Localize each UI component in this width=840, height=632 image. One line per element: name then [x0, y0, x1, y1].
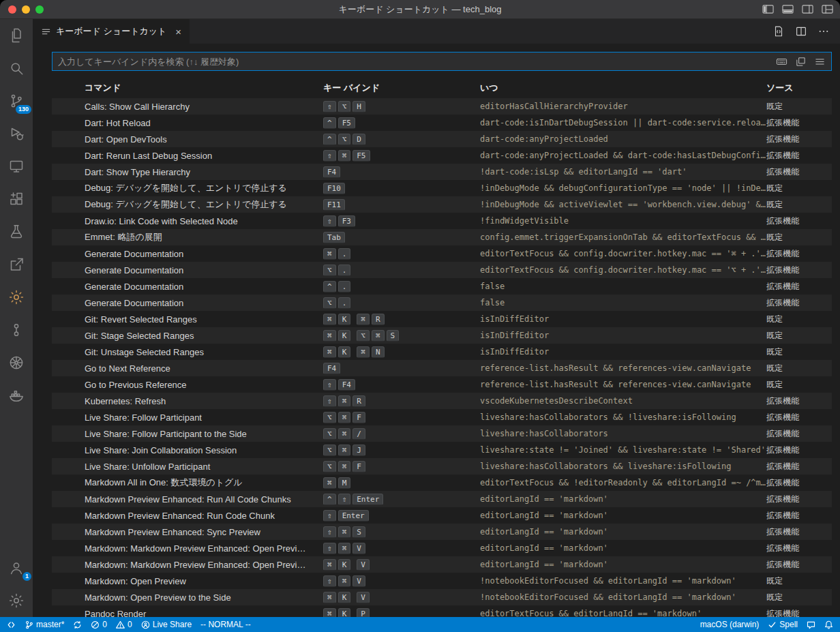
table-row[interactable]: Dart: Open DevTools^⌥Ddart-code:anyProje… — [52, 131, 832, 147]
activity-item-commit-graph[interactable] — [0, 314, 33, 346]
status-item-remote[interactable] — [7, 620, 16, 629]
table-row[interactable]: Emmet: 略語の展開Tabconfig.emmet.triggerExpan… — [52, 229, 832, 245]
table-row[interactable]: Markdown: Open Preview to the Side⌘KV!no… — [52, 589, 832, 605]
zoom-window-button[interactable] — [35, 5, 44, 14]
activity-item-run-debug[interactable] — [0, 117, 33, 150]
sort-by-precedence-button[interactable] — [795, 56, 807, 67]
close-tab-icon[interactable]: × — [175, 27, 181, 37]
table-row[interactable]: Git: Unstage Selected Ranges⌘K⌘NisInDiff… — [52, 344, 832, 360]
minimize-window-button[interactable] — [22, 5, 30, 14]
key-chip: V — [357, 559, 370, 571]
activity-item-docker[interactable] — [0, 379, 33, 412]
activity-item-settings[interactable] — [0, 584, 33, 617]
table-row[interactable]: Markdown Preview Enhanced: Run Code Chun… — [52, 507, 832, 524]
activity-item-testing[interactable] — [0, 215, 33, 248]
table-row[interactable]: Dart: Rerun Last Debug Session⇧⌘F5dart-c… — [52, 147, 832, 164]
tab-keyboard-shortcuts[interactable]: キーボード ショートカット × — [33, 19, 190, 44]
key-chip: F — [352, 461, 365, 472]
remote-icon — [7, 620, 16, 629]
table-header: コマンドキー バインドいつソース — [52, 78, 832, 98]
status-item-sync[interactable] — [73, 620, 82, 629]
customize-layout-button[interactable] — [822, 3, 833, 15]
key-chip: Enter — [352, 494, 383, 505]
record-keys-button[interactable] — [776, 56, 787, 67]
when-cell: editorLangId == 'markdown' — [480, 511, 766, 520]
table-row[interactable]: Draw.io: Link Code with Selected Node⇧F3… — [52, 213, 832, 229]
status-item-feedback[interactable] — [807, 620, 815, 629]
key-chip: ⌘ — [323, 559, 336, 571]
key-chord: ⇧F4 — [323, 379, 355, 391]
activity-item-explorer[interactable] — [0, 19, 33, 52]
key-chip: ⇧ — [323, 395, 336, 407]
status-item-live-share[interactable]: Live Share — [141, 620, 192, 629]
close-window-button[interactable] — [8, 5, 16, 14]
table-row[interactable]: Markdown: Open Preview⇧⌘V!notebookEditor… — [52, 573, 832, 589]
command-cell: Markdown: Open Preview to the Side — [85, 592, 323, 603]
status-item-notifications[interactable] — [824, 620, 833, 629]
status-item-spell[interactable]: Spell — [768, 620, 798, 629]
table-row[interactable]: Live Share: Follow Participant to the Si… — [52, 425, 832, 442]
source-cell: 拡張機能 — [766, 477, 832, 489]
status-item-branch[interactable]: master* — [25, 620, 64, 629]
status-item-vim-mode[interactable]: -- NORMAL -- — [200, 620, 251, 629]
remote-explorer-icon — [8, 158, 25, 175]
table-row[interactable]: Markdown: Markdown Preview Enhanced: Ope… — [52, 540, 832, 556]
table-row[interactable]: Live Share: Unfollow Participant⌥⌘Flives… — [52, 458, 832, 475]
key-chord: ⌘R — [357, 314, 384, 325]
table-row[interactable]: Pandoc Render⌘KPeditorTextFocus && edito… — [52, 605, 832, 617]
table-row[interactable]: Markdown All in One: 数式環境のトグル⌘MeditorTex… — [52, 475, 832, 491]
table-row[interactable]: Generate Documentation⌥.false拡張機能 — [52, 295, 832, 311]
key-chip: V — [352, 543, 365, 554]
when-cell: liveshare:hasCollaborators && liveshare:… — [480, 462, 766, 471]
key-chip: F5 — [338, 117, 355, 129]
table-row[interactable]: Live Share: Follow Participant⌥⌘Flivesha… — [52, 409, 832, 425]
table-row[interactable]: Go to Next ReferenceF4reference-list.has… — [52, 360, 832, 376]
activity-item-accounts[interactable]: 1 — [0, 552, 33, 584]
toggle-panel-button[interactable] — [782, 3, 794, 15]
filter-lines-button[interactable] — [814, 56, 826, 67]
activity-item-search[interactable] — [0, 52, 33, 85]
extensions-icon — [8, 191, 25, 207]
key-chord: ⌘K — [323, 592, 350, 603]
status-item-os-indicator[interactable]: macOS (darwin) — [700, 620, 760, 629]
activity-item-live-share[interactable] — [0, 248, 33, 281]
table-row[interactable]: Markdown Preview Enhanced: Run All Code … — [52, 491, 832, 507]
activity-item-extension-gear[interactable] — [0, 281, 33, 314]
table-row[interactable]: Dart: Hot Reload^F5dart-code:isInDartDeb… — [52, 115, 832, 131]
status-item-warnings[interactable]: 0 — [116, 620, 132, 629]
key-chip: ⌥ — [323, 428, 336, 440]
toggle-primary-sidebar-button[interactable] — [762, 3, 774, 15]
activity-item-remote-explorer[interactable] — [0, 150, 33, 183]
table-row[interactable]: Calls: Show Call Hierarchy⇧⌥HeditorHasCa… — [52, 98, 832, 115]
table-row[interactable]: Live Share: Join Collaboration Session⌥⌘… — [52, 442, 832, 458]
more-actions-button[interactable] — [817, 25, 830, 37]
toggle-secondary-sidebar-button[interactable] — [802, 3, 813, 15]
keybindings-search-input[interactable] — [52, 52, 776, 70]
table-row[interactable]: Generate Documentation^.false拡張機能 — [52, 278, 832, 295]
split-editor-button[interactable] — [795, 25, 807, 37]
table-row[interactable]: Go to Previous Reference⇧F4reference-lis… — [52, 376, 832, 393]
activity-item-extensions[interactable] — [0, 183, 33, 215]
table-row[interactable]: Debug: デバッグを開始して、エントリで停止するF11!inDebugMod… — [52, 196, 832, 213]
table-row[interactable]: Generate Documentation⌘.editorTextFocus … — [52, 245, 832, 262]
activity-item-kubernetes[interactable] — [0, 346, 33, 379]
table-row[interactable]: Git: Stage Selected Ranges⌘K⌥⌘SisInDiffE… — [52, 327, 832, 344]
table-row[interactable]: Dart: Show Type HierarchyF4!dart-code:is… — [52, 164, 832, 180]
status-item-errors[interactable]: 0 — [91, 620, 107, 629]
bell-icon — [824, 620, 833, 629]
command-cell: Markdown Preview Enhanced: Run Code Chun… — [85, 511, 323, 521]
key-chip: H — [352, 101, 365, 112]
gear-extension-icon — [8, 289, 25, 305]
table-row[interactable]: Markdown Preview Enhanced: Sync Preview⇧… — [52, 524, 832, 540]
key-chip: ⌘ — [338, 395, 351, 407]
table-row[interactable]: Markdown: Markdown Preview Enhanced: Ope… — [52, 556, 832, 573]
table-row[interactable]: Git: Revert Selected Ranges⌘K⌘RisInDiffE… — [52, 311, 832, 327]
open-keybindings-json-button[interactable] — [772, 25, 785, 37]
activity-item-source-control[interactable]: 130 — [0, 85, 33, 117]
source-cell: 既定 — [766, 199, 832, 211]
key-chord: ⌥⌘F — [323, 412, 365, 423]
table-row[interactable]: Generate Documentation⌥.editorTextFocus … — [52, 262, 832, 278]
key-chord: V — [357, 592, 370, 603]
table-row[interactable]: Debug: デバッグを開始して、エントリで停止するF10!inDebugMod… — [52, 180, 832, 196]
table-row[interactable]: Kubernetes: Refresh⇧⌘RvscodeKubernetesDe… — [52, 393, 832, 409]
